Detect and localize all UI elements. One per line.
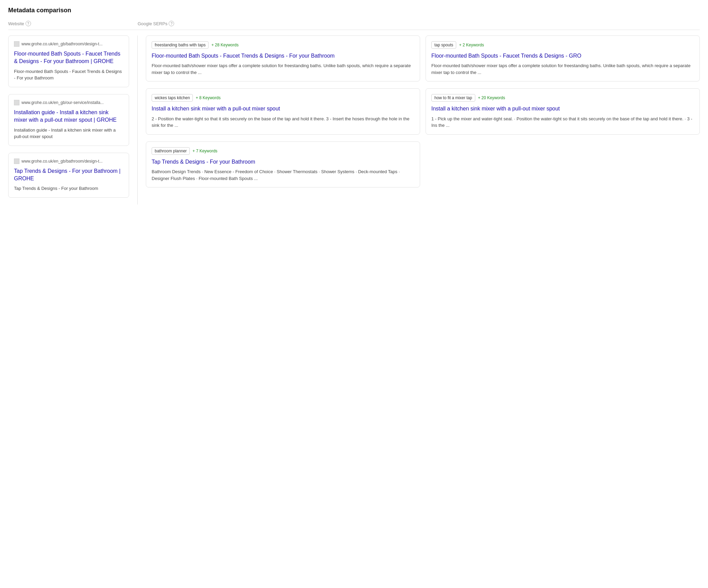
- page-container: Metadata comparison Website ? Google SER…: [0, 0, 708, 211]
- serps-card-4-extra-keywords[interactable]: + 20 Keywords: [478, 95, 505, 100]
- website-card-3-title[interactable]: Tap Trends & Designs - For your Bathroom…: [14, 167, 123, 183]
- serps-card-1-keyword[interactable]: freestanding baths with taps: [152, 41, 209, 49]
- serps-card-4: how to fit a mixer tap + 20 Keywords Ins…: [426, 88, 700, 134]
- serps-card-2-description: Floor-mounted bath/shower mixer taps off…: [431, 62, 694, 76]
- website-card-2-url-row: www.grohe.co.uk/en_gb/our-service/instal…: [14, 100, 123, 105]
- serps-card-3-tags: wickes taps kitchen + 8 Keywords: [152, 94, 414, 102]
- serps-card-2: tap spouts + 2 Keywords Floor-mounted Ba…: [426, 35, 700, 81]
- serps-card-1-extra-keywords[interactable]: + 28 Keywords: [211, 43, 238, 47]
- website-card-1-url-row: www.grohe.co.uk/en_gb/bathroom/design-t.…: [14, 41, 123, 47]
- serps-card-1-description: Floor-mounted bath/shower mixer taps off…: [152, 62, 414, 76]
- serps-card-5-keyword[interactable]: bathroom planner: [152, 147, 190, 155]
- website-card-3-url-row: www.grohe.co.uk/en_gb/bathroom/design-t.…: [14, 159, 123, 164]
- website-card-2-url: www.grohe.co.uk/en_gb/our-service/instal…: [21, 100, 104, 105]
- serps-card-3-keyword[interactable]: wickes taps kitchen: [152, 94, 193, 102]
- website-card-3-url: www.grohe.co.uk/en_gb/bathroom/design-t.…: [21, 159, 103, 164]
- serps-card-4-description: 1 - Pick up the mixer and water-tight se…: [431, 116, 694, 129]
- website-help-icon[interactable]: ?: [26, 21, 31, 26]
- serps-card-1-tags: freestanding baths with taps + 28 Keywor…: [152, 41, 414, 49]
- serps-card-4-tags: how to fit a mixer tap + 20 Keywords: [431, 94, 694, 102]
- serps-card-3: wickes taps kitchen + 8 Keywords Install…: [146, 88, 420, 134]
- serps-card-5-tags: bathroom planner + 7 Keywords: [152, 147, 414, 155]
- serps-card-2-keyword[interactable]: tap spouts: [431, 41, 456, 49]
- serps-card-2-extra-keywords[interactable]: + 2 Keywords: [459, 43, 484, 47]
- website-card-3: www.grohe.co.uk/en_gb/bathroom/design-t.…: [8, 153, 129, 198]
- serps-card-3-title[interactable]: Install a kitchen sink mixer with a pull…: [152, 105, 414, 112]
- website-column-header: Website ?: [8, 21, 138, 26]
- serps-card-1-title[interactable]: Floor-mounted Bath Spouts - Faucet Trend…: [152, 52, 414, 60]
- website-column-label: Website: [8, 21, 24, 26]
- serps-card-2-tags: tap spouts + 2 Keywords: [431, 41, 694, 49]
- serps-card-5: bathroom planner + 7 Keywords Tap Trends…: [146, 141, 420, 187]
- serps-card-5-extra-keywords[interactable]: + 7 Keywords: [193, 149, 217, 153]
- website-card-1: www.grohe.co.uk/en_gb/bathroom/design-t.…: [8, 35, 129, 87]
- website-column: www.grohe.co.uk/en_gb/bathroom/design-t.…: [8, 35, 138, 205]
- website-card-3-description: Tap Trends & Designs - For your Bathroom: [14, 185, 123, 192]
- serps-column-label: Google SERPs: [138, 21, 167, 26]
- serps-column: freestanding baths with taps + 28 Keywor…: [138, 35, 700, 205]
- serps-help-icon[interactable]: ?: [169, 21, 174, 26]
- serps-column-header: Google SERPs ?: [138, 21, 700, 26]
- favicon-3: [14, 159, 19, 164]
- serps-card-5-title[interactable]: Tap Trends & Designs - For your Bathroom: [152, 158, 414, 166]
- serps-card-4-keyword[interactable]: how to fit a mixer tap: [431, 94, 475, 102]
- website-card-2: www.grohe.co.uk/en_gb/our-service/instal…: [8, 94, 129, 146]
- serps-card-4-title[interactable]: Install a kitchen sink mixer with a pull…: [431, 105, 694, 112]
- columns-header: Website ? Google SERPs ?: [8, 21, 700, 30]
- website-card-1-title[interactable]: Floor-mounted Bath Spouts - Faucet Trend…: [14, 50, 123, 65]
- website-card-1-url: www.grohe.co.uk/en_gb/bathroom/design-t.…: [21, 42, 103, 46]
- website-card-1-description: Floor-mounted Bath Spouts - Faucet Trend…: [14, 68, 123, 81]
- serps-card-1: freestanding baths with taps + 28 Keywor…: [146, 35, 420, 81]
- serps-card-3-extra-keywords[interactable]: + 8 Keywords: [196, 95, 220, 100]
- favicon-1: [14, 41, 19, 47]
- favicon-2: [14, 100, 19, 105]
- serps-card-3-description: 2 - Position the water-tight so that it …: [152, 116, 414, 129]
- website-card-2-description: Installation guide - Install a kitchen s…: [14, 127, 123, 140]
- serps-card-5-description: Bathroom Design Trends · New Essence - F…: [152, 168, 414, 182]
- main-content: www.grohe.co.uk/en_gb/bathroom/design-t.…: [8, 35, 700, 205]
- website-card-2-title[interactable]: Installation guide - Install a kitchen s…: [14, 109, 123, 124]
- page-title: Metadata comparison: [8, 7, 700, 14]
- serps-card-2-title[interactable]: Floor-mounted Bath Spouts - Faucet Trend…: [431, 52, 694, 60]
